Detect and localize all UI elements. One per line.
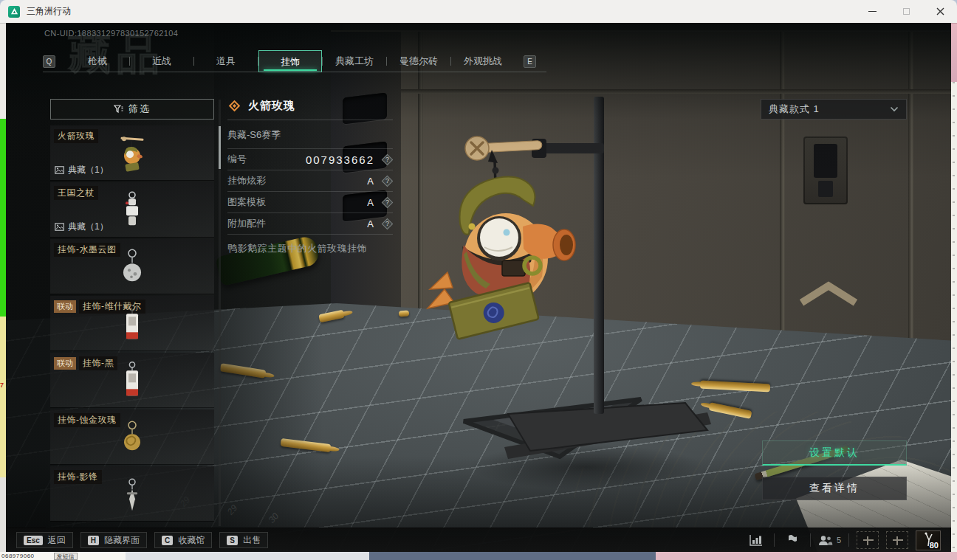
collab-badge: 联动	[54, 300, 76, 313]
item-footer-label: 典藏（1）	[68, 221, 109, 233]
shortcut-隐藏界面[interactable]: H 隐藏界面	[80, 532, 147, 548]
bottom-app-digits: 068979060	[0, 552, 35, 560]
item-label: 火箭玫瑰	[54, 129, 98, 143]
tab-list: 枪械近战道具挂饰典藏工坊曼德尔砖外观挑战	[66, 50, 515, 72]
empty-slot-button[interactable]	[886, 531, 908, 549]
window-title: 三角洲行动	[27, 5, 71, 18]
duck-book	[449, 283, 539, 339]
horn-opening	[560, 235, 573, 255]
desktop-left-yellow: 7	[0, 317, 6, 477]
charm-list-item-挂饰-维什戴尔[interactable]: 联动 挂饰-维什戴尔	[50, 296, 214, 350]
filter-button[interactable]: 筛选	[50, 99, 214, 120]
shortcut-key: S	[227, 536, 238, 545]
item-name: 挂饰-蚀金玫瑰	[54, 413, 120, 427]
empty-slot-button[interactable]	[857, 531, 879, 549]
shortcut-label: 出售	[243, 534, 261, 547]
view-details-button[interactable]: 查看详情	[762, 477, 907, 500]
icon-separator	[848, 533, 849, 547]
charm-3d-preview[interactable]	[419, 67, 730, 480]
shortcut-出售[interactable]: S 出售	[219, 532, 268, 548]
tab-外观挑战[interactable]: 外观挑战	[451, 50, 515, 72]
detail-row-label: 图案模板	[227, 196, 266, 209]
sms-button[interactable]: 发短信	[54, 553, 78, 560]
desktop-bottom-app: 068979060 发短信	[0, 552, 126, 560]
item-footer: 典藏（1）	[55, 221, 109, 233]
detail-row-图案模板: 图案模板 A ?	[227, 192, 393, 213]
maximize-button[interactable]	[889, 0, 923, 23]
collab-badge: 联动	[54, 357, 76, 370]
equipped-charm-slot[interactable]: 80	[916, 530, 941, 550]
prev-tab-key[interactable]: Q	[43, 55, 55, 68]
window-titlebar: 三角洲行动	[0, 0, 957, 23]
desktop-left-green	[0, 119, 6, 317]
detail-row-编号: 编号 007933662 ?	[227, 149, 393, 170]
tab-枪械[interactable]: 枪械	[66, 50, 129, 72]
desktop-bottom-pink	[656, 552, 957, 560]
detail-row-value: A	[367, 176, 382, 187]
item-name: 挂饰-维什戴尔	[79, 300, 145, 314]
help-diamond-icon[interactable]: ?	[382, 176, 393, 187]
desktop-bottom-edge: 068979060 发短信	[0, 552, 957, 560]
shortcut-收藏馆[interactable]: C 收藏馆	[154, 532, 212, 548]
charm-list-item-火箭玫瑰[interactable]: 火箭玫瑰 典藏（1）	[50, 125, 214, 180]
shortcut-label: 返回	[48, 534, 66, 547]
item-label: 联动 挂饰-维什戴尔	[54, 300, 145, 314]
collection-diamond-icon	[227, 99, 241, 113]
action-buttons: 设置默认 查看详情	[762, 440, 907, 500]
item-label: 王国之杖	[54, 186, 98, 200]
shortcut-list: Esc 返回 H 隐藏界面 C 收藏馆 S 出售	[16, 532, 268, 548]
item-name: 火箭玫瑰	[54, 129, 98, 143]
crate-groove	[908, 32, 913, 366]
item-label: 挂饰-影锋	[54, 470, 102, 484]
desktop-bottom-gray	[126, 552, 369, 560]
desktop-left-edge: 7	[0, 23, 6, 560]
minimize-button[interactable]	[855, 0, 889, 23]
charm-description: 鸭影鹅踪主题中的火箭玫瑰挂饰	[227, 235, 393, 255]
detail-title-row: 火箭玫瑰	[227, 94, 393, 117]
tab-典藏工坊[interactable]: 典藏工坊	[323, 50, 386, 72]
help-diamond-icon[interactable]: ?	[382, 218, 393, 229]
close-button[interactable]	[923, 0, 957, 23]
duck-charm-thumbnail	[116, 133, 148, 176]
tab-近战[interactable]: 近战	[130, 50, 193, 72]
stats-button[interactable]	[746, 532, 766, 548]
desktop-bottom-slate	[369, 552, 656, 560]
item-footer: 典藏（1）	[55, 164, 109, 176]
charm-list-item-挂饰-蚀金玫瑰[interactable]: 挂饰-蚀金玫瑰	[50, 409, 214, 464]
item-name: 挂饰-黑	[79, 356, 117, 370]
desktop-left-white	[0, 23, 6, 119]
sphere-charm-thumbnail	[116, 246, 148, 289]
shortcut-label: 隐藏界面	[104, 534, 140, 547]
social-button[interactable]: 5	[818, 535, 841, 546]
app-logo-icon	[8, 6, 20, 18]
charm-list-item-挂饰-水墨云图[interactable]: 挂饰-水墨云图	[50, 239, 214, 294]
tab-曼德尔砖[interactable]: 曼德尔砖	[387, 50, 450, 72]
detail-row-附加配件: 附加配件 A ?	[227, 213, 393, 235]
report-button[interactable]	[782, 532, 803, 548]
tab-挂饰[interactable]: 挂饰	[258, 50, 322, 72]
shortcut-返回[interactable]: Esc 返回	[16, 532, 73, 548]
bar-chart-icon	[750, 534, 763, 546]
shortcut-key: C	[162, 536, 173, 545]
cord-knot	[493, 167, 499, 174]
next-tab-key[interactable]: E	[524, 55, 536, 68]
friends-count: 5	[837, 536, 841, 545]
help-diamond-icon[interactable]: ?	[382, 154, 393, 165]
charm-list-item-王国之杖[interactable]: 王国之杖 典藏（1）	[50, 182, 214, 237]
charm-detail-panel: 火箭玫瑰 典藏-S6赛季 编号 007933662 ? 挂饰炫彩 A ? 图案模…	[227, 94, 393, 255]
desktop-right-wallpaper	[951, 23, 957, 82]
help-diamond-icon[interactable]: ?	[382, 197, 393, 208]
plus-icon	[896, 536, 898, 545]
set-default-button[interactable]: 设置默认	[762, 440, 907, 466]
list-scrollbar[interactable]	[219, 100, 221, 526]
item-name: 王国之杖	[54, 186, 98, 200]
style-dropdown[interactable]: 典藏款式 1	[761, 99, 907, 120]
detail-row-label: 附加配件	[227, 217, 266, 230]
detail-row-value: A	[367, 197, 382, 208]
charm-list-item-挂饰-影锋[interactable]: 挂饰-影锋	[50, 466, 214, 521]
game-viewport: 292930	[6, 23, 951, 552]
chevron-down-icon	[890, 106, 899, 112]
detail-row-挂饰炫彩: 挂饰炫彩 A ?	[227, 170, 393, 192]
charm-list-item-挂饰-黑[interactable]: 联动 挂饰-黑	[50, 353, 214, 407]
tab-道具[interactable]: 道具	[194, 50, 258, 72]
